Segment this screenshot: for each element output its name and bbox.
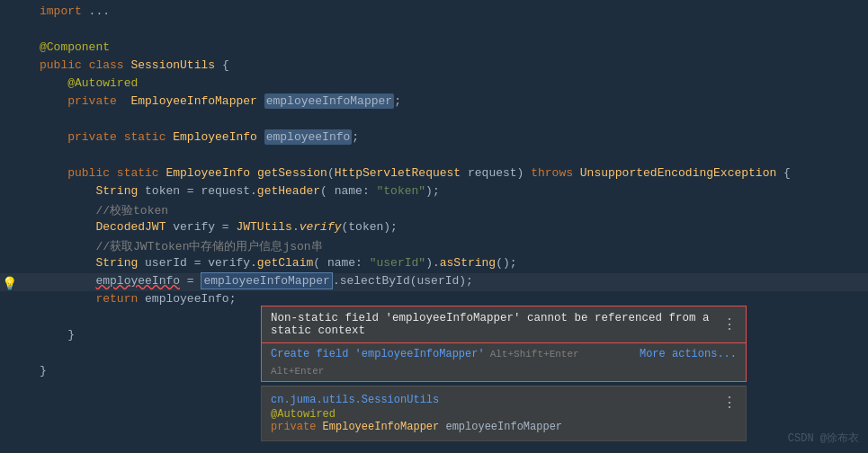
line-content: import ... xyxy=(32,4,868,18)
keyword: private xyxy=(67,130,117,144)
code-line xyxy=(0,22,868,40)
comment: //获取JWTtoken中存储的用户信息json串 xyxy=(95,240,322,253)
line-content xyxy=(32,148,868,162)
watermark: CSDN @徐布衣 xyxy=(788,431,859,446)
error-message-text: Non-static field 'employeeInfoMapper' ca… xyxy=(271,312,722,337)
code-line: @Autowired xyxy=(0,76,868,93)
class-name: EmployeeInfo xyxy=(173,130,257,144)
string: "userId" xyxy=(370,256,425,270)
line-content: String token = request.getHeader( name: … xyxy=(32,184,868,198)
line-content: //校验token xyxy=(32,202,868,218)
field-name: employeeInfoMapper xyxy=(439,421,562,433)
class-name: EmployeeInfoMapper xyxy=(323,421,440,433)
popup-info-declaration: private EmployeeInfoMapper employeeInfoM… xyxy=(271,421,562,433)
highlight-box-var: employeeInfoMapper xyxy=(201,272,332,289)
watermark-text: CSDN @徐布衣 xyxy=(788,432,859,445)
create-field-link[interactable]: Create field 'employeeInfoMapper' xyxy=(271,348,485,360)
line-content xyxy=(32,22,868,36)
class-name: EmployeeInfoMapper xyxy=(130,94,256,108)
class-name: HttpServletRequest xyxy=(335,166,461,180)
error-line: 💡 employeeInfo = employeeInfoMapper.sele… xyxy=(0,273,868,291)
method-name: verify xyxy=(300,220,342,234)
popup-info-content: cn.juma.utils.SessionUtils @Autowired pr… xyxy=(271,394,562,433)
line-content: //获取JWTtoken中存储的用户信息json串 xyxy=(32,238,868,254)
keyword: private xyxy=(271,421,323,433)
code-line: DecodedJWT verify = JWTUtils.verify(toke… xyxy=(0,219,868,237)
popup-more-dots[interactable]: ⋮ xyxy=(722,315,737,333)
code-line xyxy=(0,111,868,129)
code-line: String userId = verify.getClaim( name: "… xyxy=(0,255,868,273)
line-content: employeeInfo = employeeInfoMapper.select… xyxy=(32,274,868,288)
code-line: private static EmployeeInfo employeeInfo… xyxy=(0,129,868,147)
line-content: String userId = verify.getClaim( name: "… xyxy=(32,256,868,270)
class-name: String xyxy=(95,256,138,270)
keyword: class xyxy=(89,58,124,72)
keyword: import xyxy=(40,4,82,18)
popup-info-box: cn.juma.utils.SessionUtils @Autowired pr… xyxy=(261,386,747,441)
annotation: @Component xyxy=(40,40,110,54)
class-name: JWTUtils xyxy=(236,220,291,234)
line-content: @Autowired xyxy=(32,76,868,90)
class-name: String xyxy=(95,184,138,198)
class-name: UnsupportedEncodingException xyxy=(580,166,776,180)
line-content: private EmployeeInfoMapper employeeInfoM… xyxy=(32,94,868,108)
keyword: return xyxy=(95,292,138,306)
keyword: private xyxy=(67,94,117,108)
action-shortcut: Alt+Shift+Enter xyxy=(490,349,579,360)
method-name: getSession xyxy=(257,166,327,180)
error-message-box: Non-static field 'employeeInfoMapper' ca… xyxy=(261,306,747,343)
keyword: public xyxy=(67,166,110,180)
highlight-var: employeeInfo xyxy=(264,129,353,145)
popup-info-path: cn.juma.utils.SessionUtils xyxy=(271,394,562,406)
more-actions-link[interactable]: More actions... xyxy=(640,348,737,360)
more-actions-shortcut: Alt+Enter xyxy=(271,366,324,377)
error-popup: Non-static field 'employeeInfoMapper' ca… xyxy=(261,306,747,441)
code-line: private EmployeeInfoMapper employeeInfoM… xyxy=(0,93,868,111)
highlight-var: employeeInfoMapper xyxy=(264,93,394,109)
method-name: asString xyxy=(440,256,496,270)
line-content: public static EmployeeInfo getSession(Ht… xyxy=(32,166,868,180)
annotation: @Autowired xyxy=(67,76,138,90)
code-line: @Component xyxy=(0,40,868,58)
class-name: SessionUtils xyxy=(130,58,215,72)
line-content: return employeeInfo; xyxy=(32,292,868,306)
line-content: @Component xyxy=(32,40,868,54)
popup-action-row: Create field 'employeeInfoMapper' Alt+Sh… xyxy=(261,343,747,382)
code-text: ... xyxy=(82,4,110,18)
code-line xyxy=(0,147,868,165)
line-content xyxy=(32,112,868,126)
code-line: public static EmployeeInfo getSession(Ht… xyxy=(0,165,868,183)
code-editor: import ... @Component public class Sessi… xyxy=(0,0,868,453)
line-content: private static EmployeeInfo employeeInfo… xyxy=(32,130,868,144)
method-name: getHeader xyxy=(257,184,320,198)
comment: //校验token xyxy=(95,204,168,218)
code-line: public class SessionUtils { xyxy=(0,58,868,76)
keyword: public xyxy=(40,58,82,72)
line-content: DecodedJWT verify = JWTUtils.verify(toke… xyxy=(32,220,868,234)
code-line: //获取JWTtoken中存储的用户信息json串 xyxy=(0,237,868,255)
code-line: import ... xyxy=(0,4,868,22)
error-var: employeeInfo xyxy=(95,274,180,288)
keyword: throws xyxy=(531,166,573,180)
keyword: static xyxy=(117,166,159,180)
line-content: public class SessionUtils { xyxy=(32,58,868,72)
code-line: String token = request.getHeader( name: … xyxy=(0,183,868,201)
info-more-dots[interactable]: ⋮ xyxy=(722,394,737,412)
string: "token" xyxy=(377,184,426,198)
class-name: DecodedJWT xyxy=(95,220,166,234)
code-line: //校验token xyxy=(0,201,868,219)
keyword: static xyxy=(124,130,166,144)
popup-info-annotation: @Autowired xyxy=(271,408,562,421)
class-name: EmployeeInfo xyxy=(166,166,250,180)
error-icon: 💡 xyxy=(2,276,17,291)
method-name: getClaim xyxy=(257,256,313,270)
